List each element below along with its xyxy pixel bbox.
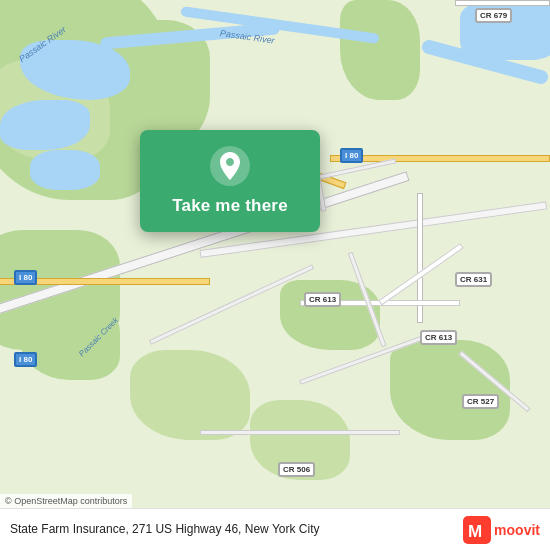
water-2	[0, 100, 90, 150]
copyright-bar: © OpenStreetMap contributors	[0, 494, 132, 508]
location-pin-icon	[208, 144, 252, 188]
map-container: Passaic River Passaic River CR 679 I 80 …	[0, 0, 550, 550]
i80-badge-3: I 80	[14, 352, 37, 367]
address-text: State Farm Insurance, 271 US Highway 46,…	[10, 522, 455, 538]
cr506-badge: CR 506	[278, 462, 315, 477]
road-cr679-h	[455, 0, 550, 6]
svg-text:M: M	[468, 522, 482, 541]
water-3	[30, 150, 100, 190]
take-me-there-button[interactable]: Take me there	[172, 196, 288, 216]
moovit-logo: M moovit	[463, 516, 540, 544]
cr679-badge: CR 679	[475, 8, 512, 23]
forest-area-4	[20, 300, 120, 380]
forest-area-7	[390, 340, 510, 440]
cr527-badge: CR 527	[462, 394, 499, 409]
moovit-m-icon: M	[463, 516, 491, 544]
moovit-text: moovit	[494, 522, 540, 538]
map-background: Passaic River Passaic River CR 679 I 80 …	[0, 0, 550, 550]
cr613-badge-2: CR 613	[420, 330, 457, 345]
park-area-2	[130, 350, 250, 440]
bottom-bar: State Farm Insurance, 271 US Highway 46,…	[0, 508, 550, 550]
i80-badge-1: I 80	[14, 270, 37, 285]
cta-card[interactable]: Take me there	[140, 130, 320, 232]
cr631-badge: CR 631	[455, 272, 492, 287]
forest-area-6	[340, 0, 420, 100]
i80-badge-2: I 80	[340, 148, 363, 163]
cr613-badge-1: CR 613	[304, 292, 341, 307]
local-road-6	[200, 430, 400, 435]
